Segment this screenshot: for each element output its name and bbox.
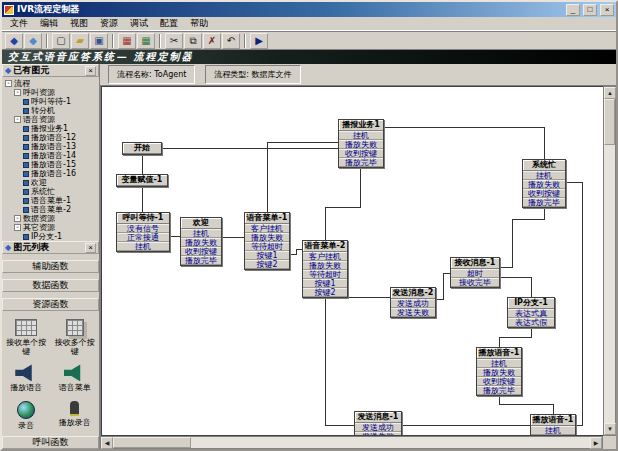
tool-record[interactable]: 录音	[3, 401, 49, 430]
vertical-scroll-thumb[interactable]	[604, 99, 615, 145]
tool-receive-multi-key[interactable]: 接收多个按键	[52, 319, 98, 356]
horizontal-scrollbar[interactable]: ◀ ▶	[100, 436, 603, 449]
scroll-down-icon[interactable]: ▼	[604, 423, 616, 435]
menu-item-5[interactable]: 配置	[154, 17, 184, 30]
flow-node-start[interactable]: 开始	[122, 142, 162, 155]
scroll-right-icon[interactable]: ▶	[590, 437, 602, 449]
menu-item-3[interactable]: 资源	[94, 17, 124, 30]
flow-node-ip-branch-1[interactable]: IP分支-1表达式真表达式假	[507, 297, 555, 328]
scroll-left-icon[interactable]: ◀	[101, 437, 113, 449]
scroll-up-icon[interactable]: ▲	[604, 87, 616, 99]
window-titlebar[interactable]: IVR流程定制器 _ □ ×	[2, 2, 616, 17]
node-port[interactable]: 发送失败	[355, 432, 401, 436]
node-port[interactable]: 表达式真	[508, 309, 554, 318]
flow-node-call-wait-1[interactable]: 呼叫等待-1没有信号正常接通挂机	[116, 212, 170, 252]
menu-item-4[interactable]: 调试	[124, 17, 154, 30]
flow-node-recv-msg-1[interactable]: 接收消息-1超时接收完毕	[450, 257, 500, 288]
grid-view-button[interactable]: ▦	[118, 33, 136, 49]
tree-item-17[interactable]: IP分支-1	[5, 232, 99, 241]
function-group-1[interactable]: 数据函数	[2, 279, 99, 292]
flow-node-assign-1[interactable]: 变量赋值-1	[116, 174, 168, 187]
node-port[interactable]: 发送成功	[355, 423, 401, 432]
node-port[interactable]: 超时	[451, 269, 499, 278]
node-port[interactable]: 播放失败	[477, 368, 521, 377]
expander-icon[interactable]: -	[14, 89, 21, 96]
flow-node-send-msg-2[interactable]: 发送消息-2发送成功发送失败	[390, 287, 436, 318]
node-port[interactable]: 按键2	[303, 288, 347, 297]
menu-item-2[interactable]: 视图	[64, 17, 94, 30]
node-port[interactable]: 挂机	[523, 171, 565, 180]
flow-node-broadcast-1[interactable]: 播报业务1挂机播放失败收到按键播放完毕	[338, 119, 384, 168]
save-button[interactable]: ▣	[90, 33, 108, 49]
flow-node-play-voice-1b[interactable]: 播放语音-1挂机播放失败收到按键播放完毕	[530, 414, 576, 436]
flow-node-send-msg-1[interactable]: 发送消息-1发送成功发送失败	[354, 411, 402, 436]
element-list-close-icon[interactable]: ×	[85, 243, 96, 253]
flow-node-voice-menu-2[interactable]: 语音菜单-2客户挂机播放失败等待超时按键1按键2	[302, 240, 348, 298]
existing-elements-panel-header[interactable]: ◆ 已有图元 ×	[2, 64, 99, 77]
node-port[interactable]: 等待超时	[245, 242, 289, 251]
flow-node-play-voice-1[interactable]: 播放语音-1挂机播放失败收到按键播放完毕	[476, 347, 522, 396]
flow-node-sys-busy[interactable]: 系统忙挂机播放失败收到按键播放完毕	[522, 159, 566, 208]
horizontal-scroll-thumb[interactable]	[113, 437, 191, 448]
nav-diamond-back-button[interactable]: ◆	[5, 33, 23, 49]
expander-icon[interactable]: -	[14, 116, 21, 123]
node-port[interactable]: 按键1	[303, 279, 347, 288]
undo-button[interactable]: ↶	[222, 33, 240, 49]
open-file-button[interactable]: ▰	[71, 33, 89, 49]
menu-item-6[interactable]: 帮助	[184, 17, 214, 30]
node-port[interactable]: 播放失败	[245, 233, 289, 242]
node-port[interactable]: 播放失败	[339, 140, 383, 149]
new-file-button[interactable]: ▢	[52, 33, 70, 49]
node-port[interactable]: 发送成功	[391, 299, 435, 308]
node-port[interactable]: 挂机	[477, 359, 521, 368]
node-port[interactable]: 收到按键	[523, 189, 565, 198]
tool-voice-menu[interactable]: 语音菜单	[52, 364, 98, 392]
node-port[interactable]: 挂机	[531, 426, 575, 435]
node-port[interactable]: 客户挂机	[245, 224, 289, 233]
flow-node-voice-menu-1[interactable]: 语音菜单-1客户挂机播放失败等待超时按键1按键2	[244, 212, 290, 270]
horizontal-scroll-track[interactable]	[191, 437, 590, 448]
existing-elements-close-icon[interactable]: ×	[85, 66, 96, 76]
node-port[interactable]: 收到按键	[339, 149, 383, 158]
cut-button[interactable]: ✂	[165, 33, 183, 49]
table-view-button[interactable]: ▦	[137, 33, 155, 49]
function-group-call[interactable]: 呼叫函数	[2, 436, 99, 449]
minimize-button[interactable]: _	[566, 4, 580, 16]
node-port[interactable]: 播放失败	[181, 238, 221, 247]
tool-receive-single-key[interactable]: 接收单个按键	[3, 319, 49, 356]
tree-item-10[interactable]: 播放语音-16	[5, 169, 99, 178]
node-port[interactable]: 挂机	[117, 242, 169, 251]
node-port[interactable]: 播放完毕	[181, 256, 221, 265]
element-list-panel-header[interactable]: ◆ 图元列表 ×	[2, 241, 99, 254]
node-port[interactable]: 发送失败	[391, 308, 435, 317]
expander-icon[interactable]: -	[5, 80, 12, 87]
function-group-0[interactable]: 辅助函数	[2, 260, 99, 273]
expander-icon[interactable]: -	[14, 215, 21, 222]
maximize-button[interactable]: □	[583, 4, 597, 16]
node-port[interactable]: 挂机	[181, 229, 221, 238]
delete-button[interactable]: ✗	[203, 33, 221, 49]
node-port[interactable]: 没有信号	[117, 224, 169, 233]
tool-play-record[interactable]: 播放录音	[52, 401, 98, 430]
node-port[interactable]: 播放失败	[531, 435, 575, 436]
flow-canvas[interactable]: 开始变量赋值-1呼叫等待-1没有信号正常接通挂机欢迎挂机播放失败收到按键播放完毕…	[101, 86, 603, 436]
menu-item-0[interactable]: 文件	[4, 17, 34, 30]
run-button[interactable]: ▶	[250, 33, 268, 49]
menu-item-1[interactable]: 编辑	[34, 17, 64, 30]
nav-diamond-forward-button[interactable]: ◆	[24, 33, 42, 49]
flow-node-welcome[interactable]: 欢迎挂机播放失败收到按键播放完毕	[180, 217, 222, 266]
node-port[interactable]: 等待超时	[303, 270, 347, 279]
function-group-2[interactable]: 资源函数	[2, 298, 99, 311]
node-port[interactable]: 播放完毕	[477, 386, 521, 395]
expander-icon[interactable]: -	[14, 224, 21, 231]
vertical-scrollbar[interactable]: ▲ ▼	[603, 86, 616, 436]
node-port[interactable]: 按键1	[245, 251, 289, 260]
node-port[interactable]: 按键2	[245, 260, 289, 269]
node-port[interactable]: 播放失败	[303, 261, 347, 270]
node-port[interactable]: 接收完毕	[451, 278, 499, 287]
node-port[interactable]: 挂机	[339, 131, 383, 140]
tool-play-voice[interactable]: 播放语音	[3, 364, 49, 392]
node-port[interactable]: 正常接通	[117, 233, 169, 242]
node-port[interactable]: 播放完毕	[339, 158, 383, 167]
node-port[interactable]: 收到按键	[477, 377, 521, 386]
